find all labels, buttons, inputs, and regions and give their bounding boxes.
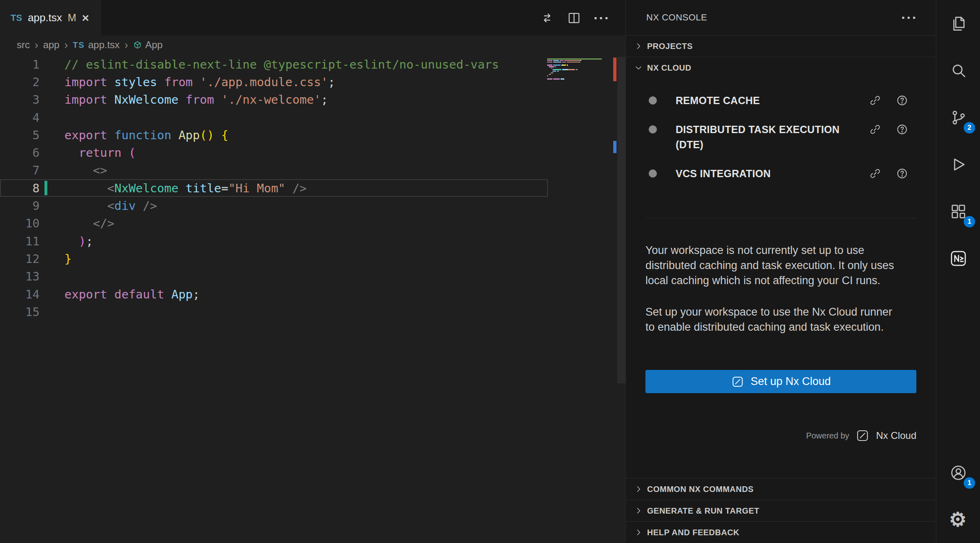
code-text: export function App() { [64, 128, 228, 142]
section-help-and-feedback[interactable]: HELP AND FEEDBACK [626, 521, 936, 543]
activity-item-explorer[interactable] [936, 0, 980, 47]
connect-icon[interactable] [869, 123, 881, 136]
line-number[interactable]: 14 [0, 287, 40, 301]
help-icon[interactable] [896, 123, 908, 136]
ts-badge-icon: TS [73, 41, 85, 49]
code-line[interactable]: 7 <> [0, 162, 548, 179]
run-debug-icon [949, 156, 967, 174]
code-line[interactable]: 9 <div /> [0, 197, 548, 214]
code-line[interactable]: 11 ); [0, 232, 548, 250]
line-number[interactable]: 1 [0, 58, 40, 71]
code-line[interactable]: 1// eslint-disable-next-line @typescript… [0, 56, 548, 73]
overview-ruler-modified-marker [613, 58, 616, 81]
status-dot [649, 169, 657, 178]
open-changes-icon[interactable] [540, 11, 554, 25]
split-editor-icon[interactable] [567, 11, 581, 25]
line-number[interactable]: 13 [0, 269, 40, 283]
connect-icon[interactable] [869, 167, 881, 180]
code-line[interactable]: 6 return ( [0, 144, 548, 161]
activity-item-source-control[interactable]: 2 [936, 94, 980, 141]
line-number[interactable]: 4 [0, 111, 40, 125]
setup-nx-cloud-button[interactable]: Set up Nx Cloud [645, 370, 916, 393]
powered-by-row: Powered by Nx Cloud [645, 427, 916, 444]
activity-item-extensions[interactable]: 1 [936, 188, 980, 235]
section-projects[interactable]: PROJECTS [626, 35, 936, 57]
help-icon[interactable] [896, 167, 908, 180]
minimap-line [547, 65, 613, 66]
line-number[interactable]: 9 [0, 199, 40, 213]
activity-item-account[interactable]: 1 [936, 449, 980, 496]
code-text: </> [64, 216, 114, 230]
settings-icon: ⚙ [949, 510, 967, 530]
minimap[interactable] [547, 58, 613, 82]
activity-item-run-debug[interactable] [936, 141, 980, 188]
chevron-down-icon [634, 63, 643, 72]
code-line[interactable]: 15 [0, 303, 548, 320]
nx-console-icon [949, 249, 967, 267]
connect-icon[interactable] [869, 94, 881, 107]
section-label: COMMON NX COMMANDS [647, 485, 754, 494]
activity-bar: 21 1⚙ [936, 0, 980, 543]
feature-actions [869, 94, 916, 107]
line-number[interactable]: 3 [0, 93, 40, 107]
breadcrumb-item-app[interactable]: app [43, 39, 60, 51]
status-dot [649, 96, 657, 105]
code-line[interactable]: 8 <NxWelcome title="Hi Mom" /> [0, 179, 548, 197]
breadcrumb-item-app[interactable]: App [133, 39, 163, 51]
more-icon[interactable]: ··· [901, 11, 918, 24]
line-number[interactable]: 8 [0, 181, 40, 195]
breadcrumb-separator-icon: › [64, 39, 68, 51]
editor-actions: ··· [540, 0, 625, 36]
minimap-line [547, 68, 613, 69]
source-control-icon [949, 109, 967, 127]
line-number[interactable]: 11 [0, 234, 40, 248]
explorer-icon [949, 15, 967, 33]
activity-item-nx-console[interactable] [936, 235, 980, 282]
feature-row-remote-cache: REMOTE CACHE [645, 93, 916, 108]
line-number[interactable]: 12 [0, 252, 40, 266]
feature-actions [869, 123, 916, 136]
breadcrumb-label: app.tsx [88, 39, 120, 51]
tab-app-tsx[interactable]: TS app.tsx M × [0, 0, 101, 36]
code-line[interactable]: 3import NxWelcome from './nx-welcome'; [0, 91, 548, 109]
section-nx-cloud[interactable]: NX CLOUD [626, 57, 936, 78]
activity-item-settings[interactable]: ⚙ [936, 496, 980, 543]
vertical-scrollbar[interactable] [617, 57, 625, 383]
breadcrumb-label: app [43, 39, 60, 51]
line-number[interactable]: 10 [0, 216, 40, 230]
code-line[interactable]: 14export default App; [0, 285, 548, 303]
breadcrumb-item-app-tsx[interactable]: TSapp.tsx [73, 39, 120, 51]
section-label: GENERATE & RUN TARGET [647, 506, 759, 516]
help-icon[interactable] [896, 94, 908, 107]
tab-close-slot: × [82, 12, 90, 24]
activity-item-search[interactable] [936, 47, 980, 94]
code-line[interactable]: 2import styles from './app.module.css'; [0, 73, 548, 91]
extensions-icon [949, 203, 967, 220]
breadcrumb-item-src[interactable]: src [17, 39, 30, 51]
line-number[interactable]: 15 [0, 305, 40, 319]
workspace-status-text: Your workspace is not currently set up t… [645, 243, 904, 288]
code-editor[interactable]: 1// eslint-disable-next-line @typescript… [0, 54, 625, 543]
code-line[interactable]: 12} [0, 250, 548, 267]
section-label: PROJECTS [647, 42, 693, 51]
line-number[interactable]: 5 [0, 128, 40, 142]
chevron-right-icon [634, 528, 643, 537]
minimap-line [547, 62, 613, 63]
section-common-nx-commands[interactable]: COMMON NX COMMANDS [626, 478, 936, 500]
code-line[interactable]: 4 [0, 109, 548, 126]
code-line[interactable]: 5export function App() { [0, 126, 548, 144]
line-number[interactable]: 6 [0, 146, 40, 160]
activity-bar-top: 21 [936, 0, 980, 282]
section-generate-run-target[interactable]: GENERATE & RUN TARGET [626, 500, 936, 521]
vscode-window: TS app.tsx M × ··· src›app›TSapp.tsx›App… [0, 0, 980, 543]
minimap-line [547, 66, 613, 67]
code-line[interactable]: 13 [0, 268, 548, 285]
line-number[interactable]: 2 [0, 75, 40, 89]
line-number[interactable]: 7 [0, 163, 40, 177]
code-text: } [64, 252, 71, 266]
more-icon[interactable]: ··· [594, 11, 610, 25]
close-icon[interactable]: × [82, 12, 90, 24]
minimap-line [547, 72, 613, 73]
minimap-line [547, 60, 613, 61]
code-line[interactable]: 10 </> [0, 215, 548, 232]
